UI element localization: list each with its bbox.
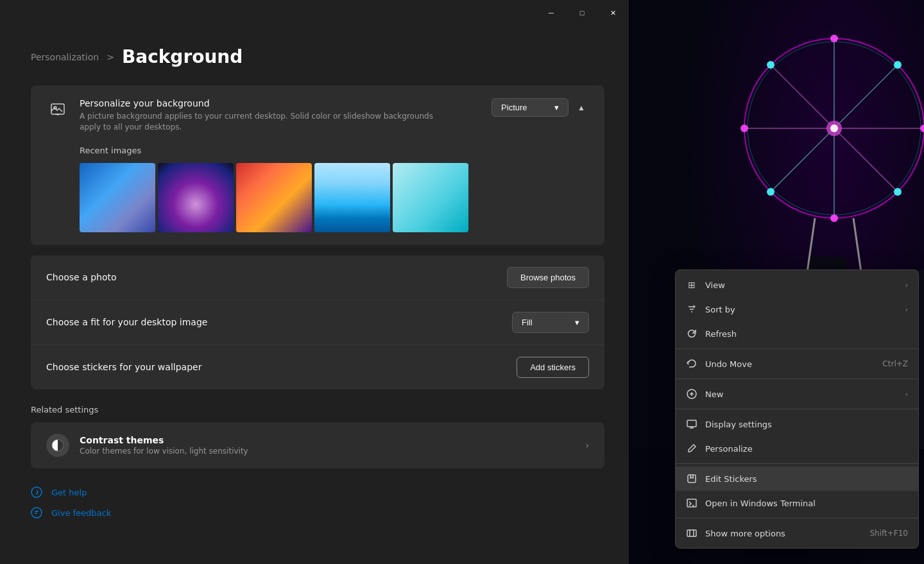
context-menu: ⊞ View › Sort by › Refresh bbox=[675, 269, 919, 549]
more-options-label: Show more options bbox=[705, 529, 785, 538]
menu-item-terminal-left: Open in Windows Terminal bbox=[686, 497, 816, 509]
menu-item-display[interactable]: Display settings bbox=[676, 412, 918, 436]
fit-arrow-icon: ▾ bbox=[575, 318, 579, 327]
display-icon bbox=[686, 418, 697, 430]
divider-3 bbox=[676, 409, 918, 409]
choose-photo-card: Choose a photo Browse photos Choose a fi… bbox=[31, 255, 604, 389]
breadcrumb: Personalization > Background bbox=[31, 46, 604, 67]
breadcrumb-current: Background bbox=[122, 46, 243, 67]
related-settings-title: Related settings bbox=[31, 405, 604, 414]
title-bar-controls: ─ □ ✕ bbox=[536, 3, 628, 23]
recent-image-1[interactable] bbox=[80, 163, 155, 232]
menu-item-sort[interactable]: Sort by › bbox=[676, 297, 918, 321]
images-grid bbox=[80, 163, 589, 232]
bottom-links: Get help Give feedback bbox=[31, 486, 604, 520]
card-title: Personalize your background bbox=[80, 98, 452, 108]
undo-label: Undo Move bbox=[705, 359, 752, 369]
get-help-icon bbox=[31, 486, 44, 499]
recent-image-4[interactable] bbox=[314, 163, 390, 232]
svg-rect-43 bbox=[688, 475, 696, 483]
add-stickers-button[interactable]: Add stickers bbox=[517, 357, 589, 378]
more-options-icon bbox=[686, 527, 697, 539]
terminal-icon bbox=[686, 497, 697, 509]
view-icon: ⊞ bbox=[686, 279, 697, 291]
background-type-dropdown[interactable]: Picture ▾ bbox=[492, 98, 569, 117]
breadcrumb-separator: > bbox=[107, 52, 114, 62]
contrast-themes-row[interactable]: Contrast themes Color themes for low vis… bbox=[31, 422, 604, 468]
svg-point-3 bbox=[31, 487, 42, 497]
menu-item-edit-stickers[interactable]: Edit Stickers bbox=[676, 466, 918, 491]
svg-rect-42 bbox=[687, 420, 696, 427]
choose-fit-label: Choose a fit for your desktop image bbox=[46, 317, 207, 327]
contrast-description: Color themes for low vision, light sensi… bbox=[80, 447, 248, 456]
menu-item-new[interactable]: New › bbox=[676, 382, 918, 406]
svg-point-26 bbox=[767, 61, 774, 69]
new-label: New bbox=[705, 389, 723, 399]
more-options-shortcut: Shift+F10 bbox=[869, 529, 908, 538]
menu-item-more-options[interactable]: Show more options Shift+F10 bbox=[676, 521, 918, 545]
svg-rect-44 bbox=[687, 499, 696, 507]
divider-5 bbox=[676, 518, 918, 518]
menu-item-refresh[interactable]: Refresh bbox=[676, 321, 918, 346]
choose-fit-row: Choose a fit for your desktop image Fill… bbox=[31, 300, 604, 345]
terminal-label: Open in Windows Terminal bbox=[705, 499, 816, 508]
card-description: A picture background applies to your cur… bbox=[80, 111, 452, 133]
refresh-label: Refresh bbox=[705, 329, 737, 339]
menu-item-view[interactable]: ⊞ View › bbox=[676, 273, 918, 297]
menu-item-undo[interactable]: Undo Move Ctrl+Z bbox=[676, 352, 918, 376]
content-area: Personalization > Background bbox=[0, 26, 635, 564]
contrast-themes-card: Contrast themes Color themes for low vis… bbox=[31, 422, 604, 468]
svg-point-19 bbox=[830, 35, 838, 42]
new-arrow-icon: › bbox=[905, 390, 908, 398]
divider-4 bbox=[676, 463, 918, 464]
undo-icon bbox=[686, 358, 697, 370]
contrast-title: Contrast themes bbox=[80, 435, 248, 445]
menu-item-refresh-left: Refresh bbox=[686, 328, 737, 339]
svg-point-4 bbox=[31, 508, 42, 518]
breadcrumb-parent[interactable]: Personalization bbox=[31, 52, 99, 62]
card-header: Personalize your background A picture ba… bbox=[31, 85, 604, 146]
sort-icon bbox=[686, 303, 697, 315]
divider-1 bbox=[676, 348, 918, 349]
menu-item-view-left: ⊞ View bbox=[686, 279, 725, 291]
give-feedback-link[interactable]: Give feedback bbox=[31, 507, 604, 520]
get-help-link[interactable]: Get help bbox=[31, 486, 604, 499]
minimize-button[interactable]: ─ bbox=[536, 3, 566, 23]
choose-stickers-row: Choose stickers for your wallpaper Add s… bbox=[31, 345, 604, 389]
browse-photos-button[interactable]: Browse photos bbox=[507, 267, 589, 288]
choose-photo-label: Choose a photo bbox=[46, 272, 117, 282]
contrast-text: Contrast themes Color themes for low vis… bbox=[80, 435, 248, 456]
recent-image-5[interactable] bbox=[393, 163, 468, 232]
maximize-button[interactable]: □ bbox=[567, 3, 597, 23]
settings-window: ─ □ ✕ Personalization > Background bbox=[0, 0, 635, 564]
refresh-icon bbox=[686, 328, 697, 339]
personalize-bg-card: Personalize your background A picture ba… bbox=[31, 85, 604, 245]
menu-item-display-left: Display settings bbox=[686, 418, 772, 430]
sort-label: Sort by bbox=[705, 305, 735, 314]
recent-image-2[interactable] bbox=[158, 163, 234, 232]
menu-item-terminal[interactable]: Open in Windows Terminal bbox=[676, 491, 918, 515]
fit-dropdown[interactable]: Fill ▾ bbox=[512, 312, 589, 333]
dropdown-arrow-icon: ▾ bbox=[554, 103, 559, 112]
view-label: View bbox=[705, 280, 725, 290]
give-feedback-icon bbox=[31, 507, 44, 520]
give-feedback-text[interactable]: Give feedback bbox=[51, 508, 111, 518]
recent-image-3[interactable] bbox=[236, 163, 312, 232]
svg-point-20 bbox=[894, 61, 902, 69]
get-help-text[interactable]: Get help bbox=[51, 488, 87, 497]
card-header-left: Personalize your background A picture ba… bbox=[46, 98, 452, 133]
svg-rect-45 bbox=[687, 530, 696, 536]
edit-stickers-icon bbox=[686, 473, 697, 484]
contrast-chevron-icon: › bbox=[585, 440, 589, 450]
menu-item-edit-stickers-left: Edit Stickers bbox=[686, 473, 757, 484]
undo-shortcut: Ctrl+Z bbox=[882, 359, 908, 368]
svg-point-24 bbox=[767, 188, 774, 196]
menu-item-personalize[interactable]: Personalize bbox=[676, 436, 918, 461]
svg-point-23 bbox=[830, 214, 838, 222]
recent-images-label: Recent images bbox=[80, 146, 589, 155]
close-button[interactable]: ✕ bbox=[598, 3, 628, 23]
collapse-button[interactable]: ▲ bbox=[574, 99, 589, 116]
background-icon bbox=[46, 98, 69, 121]
display-label: Display settings bbox=[705, 420, 772, 429]
sort-arrow-icon: › bbox=[905, 305, 908, 314]
